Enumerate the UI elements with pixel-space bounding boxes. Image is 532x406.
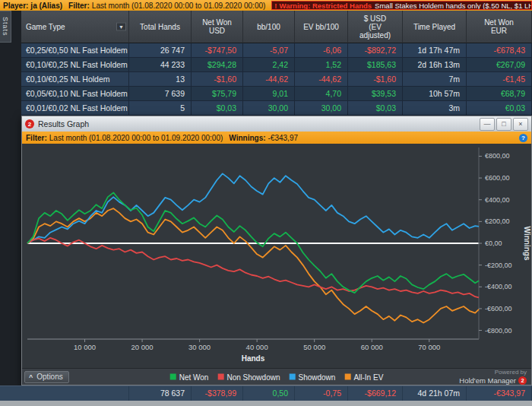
legend-label: Net Won [179,373,209,381]
series-all-in-ev [27,208,479,322]
table-row[interactable]: €0,10/€0,25 NL Holdem13-$1,60-44,62-44,6… [21,72,532,87]
tab-stats[interactable]: Stats [0,11,11,43]
graph-bottom-bar: ^ Options Net WonNon ShowdownShowdownAll… [22,368,531,385]
cell-total-hands: 5 [129,101,192,116]
brand-text: Hold'em Manager [459,377,516,385]
column-header-label: EV bb/100 [303,23,339,31]
hm2-logo-icon: 2 [25,119,34,128]
column-header-label: Net Won USD [202,18,232,35]
total-time-played: 4d 21h 07m [403,386,467,401]
legend-swatch-non-showdown [217,374,223,380]
legend-label: Showdown [298,373,335,381]
cell-ev-bb100: 30,00 [295,101,348,116]
cell-usd-ev-adjusted: $185,63 [348,58,403,72]
cell-usd-ev-adjusted: $39,53 [348,87,403,101]
legend-item-net-won[interactable]: Net Won [170,373,209,381]
x-tick-label: 70 000 [418,343,440,351]
legend-swatch-net-won [170,374,176,380]
table-row[interactable]: €0,25/€0,50 NL Fast Holdem26 747-$747,50… [21,43,532,58]
series-showdown [27,173,479,243]
close-button[interactable]: × [513,118,528,131]
table-row[interactable]: €0,05/€0,10 NL Fast Holdem7 639$75,799,0… [21,87,532,101]
total-bb100: 0,50 [243,386,295,401]
column-header-usd-ev-adjusted[interactable]: $ USD (EV adjusted) [348,11,403,43]
x-tick-label: 60 000 [361,343,383,351]
window-title: Results Graph [38,119,478,128]
cell-total-hands: 44 233 [129,58,192,72]
y-tick-label: -€400,00 [485,283,512,290]
legend-item-all-in-ev[interactable]: All-In EV [344,373,383,381]
legend-label: Non Showdown [226,373,280,381]
help-icon[interactable]: ? [519,134,527,142]
warning-title: Warning: Restricted Hands [280,2,372,10]
cell-net-won-usd: -$1,60 [192,72,243,87]
table-header: Game Type▼Total HandsNet Won USDbb/100EV… [21,11,532,43]
cell-net-won-eur: €0,03 [467,101,532,116]
column-header-total-hands[interactable]: Total Hands [129,11,192,43]
total-net-won-usd: -$378,99 [192,386,243,401]
cell-net-won-eur: -€678,43 [467,43,532,58]
y-tick-label: -€600,00 [485,305,512,312]
game-type-filter-icon[interactable]: ▼ [116,23,126,31]
options-button-label: Options [36,373,62,381]
winnings-label: Winnings: [229,134,265,142]
total-ev-bb100: -0,75 [295,386,348,401]
winnings-value: -€343,97 [268,134,298,142]
graph-area: 10 00020 00030 00040 00050 00060 00070 0… [22,144,531,368]
series-non-showdown [27,238,479,298]
table-body: €0,25/€0,50 NL Fast Holdem26 747-$747,50… [21,43,532,116]
total-usd-ev-adjusted: -$669,12 [348,386,403,401]
cell-usd-ev-adjusted: $0,03 [348,101,403,116]
cell-time-played: 7m [403,72,467,87]
cell-game-type: €0,01/€0,02 NL Fast Holdem [21,101,129,116]
cell-ev-bb100: -44,62 [295,72,348,87]
player-label: Player: [3,2,28,10]
cell-net-won-usd: -$747,50 [192,43,243,58]
y-tick-label: €600,00 [485,174,510,182]
table-row[interactable]: €0,01/€0,02 NL Fast Holdem5$0,0330,0030,… [21,101,532,116]
player-value: ja (Alias) [30,2,62,10]
totals-row: 78 637-$378,990,50-0,75-$669,124d 21h 07… [0,385,532,401]
legend-item-non-showdown[interactable]: Non Showdown [217,373,280,381]
y-tick-label: €800,00 [485,152,510,160]
top-filter-bar: Player: ja (Alias) Filter: Last month (0… [0,0,532,11]
total-net-won-eur: -€343,97 [467,386,532,401]
options-button[interactable]: ^ Options [24,371,69,383]
column-header-bb100[interactable]: bb/100 [243,11,295,43]
column-header-ev-bb100[interactable]: EV bb/100 [295,11,348,43]
cell-usd-ev-adjusted: -$1,60 [348,72,403,87]
cell-game-type: €0,05/€0,10 NL Fast Holdem [21,87,129,101]
window-titlebar[interactable]: 2 Results Graph — □ × [22,116,531,132]
y-tick-label: -€200,00 [485,262,512,269]
column-header-time-played[interactable]: Time Played [403,11,467,43]
column-header-net-won-eur[interactable]: Net Won EUR [467,11,532,43]
y-axis-title: Winnings [523,227,531,261]
warning-icon: ! [274,2,277,10]
cell-net-won-eur: €267,09 [467,58,532,72]
cell-bb100: 30,00 [243,101,295,116]
column-header-label: Total Hands [140,23,180,31]
column-header-label: bb/100 [257,23,280,31]
cell-time-played: 10h 57m [403,87,467,101]
column-header-game-type[interactable]: Game Type▼ [21,11,129,43]
legend-label: All-In EV [353,373,383,381]
maximize-button[interactable]: □ [496,118,511,131]
cell-ev-bb100: 1,52 [295,58,348,72]
column-header-label: Net Won EUR [484,18,514,35]
column-header-net-won-usd[interactable]: Net Won USD [192,11,243,43]
cell-net-won-usd: $0,03 [192,101,243,116]
column-header-label: Time Played [413,23,455,31]
table-row[interactable]: €0,10/€0,25 NL Fast Holdem44 233$294,282… [21,58,532,72]
cell-net-won-usd: $75,79 [192,87,243,101]
minimize-button[interactable]: — [480,118,495,131]
stats-table: Game Type▼Total HandsNet Won USDbb/100EV… [21,11,532,116]
filter-value: Last month (01.08.2020 00:00 to 01.09.20… [92,2,266,10]
y-tick-label: €0,00 [485,239,502,247]
cell-net-won-eur: €68,79 [467,87,532,101]
cell-total-hands: 7 639 [129,87,192,101]
cell-ev-bb100: -6,06 [295,43,348,58]
cell-game-type: €0,10/€0,25 NL Fast Holdem [21,58,129,72]
warning-text: Small Stakes Holdem hands only ($.50 NL,… [375,2,532,10]
legend-item-showdown[interactable]: Showdown [289,373,335,381]
tab-stats-label: Stats [2,17,9,36]
